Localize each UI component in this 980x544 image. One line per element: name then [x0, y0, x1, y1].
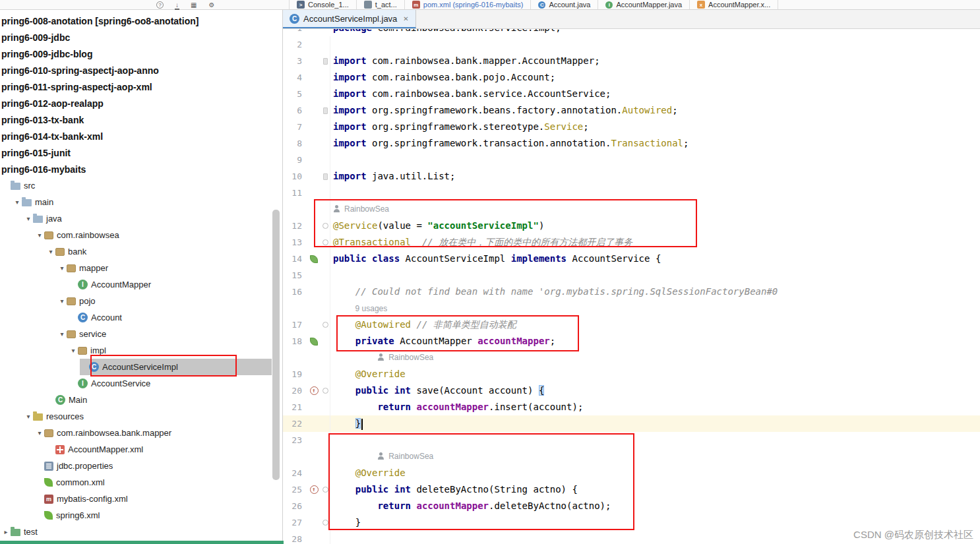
tree-item[interactable]: mmybatis-config.xml	[0, 491, 272, 507]
tree-item[interactable]: src	[0, 177, 272, 194]
line-number[interactable]: 6	[283, 102, 307, 119]
override-method-icon[interactable]: ↑	[310, 485, 319, 494]
tree-item[interactable]: ▾main	[0, 194, 272, 210]
tree-item[interactable]: spring6.xml	[0, 507, 272, 524]
line-number[interactable]: 4	[283, 69, 307, 86]
line-number[interactable]: 20	[283, 382, 307, 399]
tree-item[interactable]: pring6-013-tx-bank	[0, 111, 272, 128]
code-line-17[interactable]: 17 @Autowired // 非简单类型自动装配	[283, 317, 980, 333]
code-line-24[interactable]: 24 @Override	[283, 465, 980, 481]
line-number[interactable]: 25	[283, 481, 307, 498]
settings-icon[interactable]: ⚙	[208, 1, 214, 9]
inlay-row-usages[interactable]: 9 usages	[283, 300, 980, 317]
gutter-circle-icon[interactable]	[322, 520, 328, 526]
code-line-7[interactable]: 7import org.springframework.stereotype.S…	[283, 119, 980, 135]
chevron-icon[interactable]: ▾	[57, 330, 67, 338]
top-tab[interactable]: >Console_1...	[289, 0, 357, 9]
code-line-6[interactable]: 6import org.springframework.beans.factor…	[283, 102, 980, 119]
inlay-row-author[interactable]: RainbowSea	[283, 448, 980, 465]
gutter-circle-icon[interactable]	[322, 388, 328, 394]
tree-item[interactable]: pring6-011-spring-aspectj-aop-xml	[0, 78, 272, 95]
line-number[interactable]: 2	[283, 36, 307, 53]
code-line-25[interactable]: 25↑ public int deleteByActno(String actn…	[283, 481, 980, 498]
line-number[interactable]: 14	[283, 251, 307, 267]
gutter-circle-icon[interactable]	[322, 487, 328, 493]
code-area[interactable]: 1package com.rainbowsea.bank.service.imp…	[283, 29, 980, 544]
tree-item[interactable]: ▾mapper	[0, 260, 272, 276]
chevron-icon[interactable]: ▾	[35, 231, 44, 239]
tree-item[interactable]: pring6-009-jdbc-blog	[0, 45, 272, 62]
line-number[interactable]: 21	[283, 399, 307, 415]
tree-item[interactable]: IAccountMapper	[0, 276, 272, 293]
close-icon[interactable]: ✕	[403, 15, 408, 22]
tree-item[interactable]: pring6-009-jdbc	[0, 29, 272, 45]
usages-inlay[interactable]: 9 usages	[355, 304, 388, 313]
line-number[interactable]: 13	[283, 234, 307, 251]
chevron-icon[interactable]: ▾	[69, 347, 78, 354]
line-number[interactable]	[283, 201, 307, 218]
code-line-20[interactable]: 20↑ public int save(Account account) {	[283, 382, 980, 399]
chevron-icon[interactable]: ▾	[24, 413, 33, 420]
tree-item[interactable]: ▾java	[0, 210, 272, 227]
line-number[interactable]: 23	[283, 432, 307, 448]
tree-item[interactable]: ▾impl	[0, 342, 272, 359]
line-number[interactable]: 7	[283, 119, 307, 135]
line-number[interactable]: 15	[283, 267, 307, 284]
gutter-circle-icon[interactable]	[322, 223, 328, 229]
code-line-18[interactable]: 18 private AccountMapper accountMapper;	[283, 333, 980, 349]
author-inlay[interactable]: RainbowSea	[377, 353, 433, 362]
code-line-1[interactable]: 1package com.rainbowsea.bank.service.imp…	[283, 29, 980, 36]
inlay-row-author[interactable]: RainbowSea	[283, 349, 980, 366]
line-number[interactable]	[283, 349, 307, 366]
code-line-15[interactable]: 15	[283, 267, 980, 284]
tree-item[interactable]: pring6-014-tx-bank-xml	[0, 128, 272, 144]
top-tab[interactable]: IAccountMapper.java	[598, 0, 690, 9]
tree-item[interactable]: pring6-012-aop-realapp	[0, 95, 272, 111]
project-tree[interactable]: pring6-008-anotation [spring6-oo8-anotat…	[0, 13, 272, 541]
line-number[interactable]: 28	[283, 531, 307, 544]
code-line-8[interactable]: 8import org.springframework.transaction.…	[283, 135, 980, 152]
tree-scrollbar-thumb[interactable]	[272, 210, 280, 480]
code-line-19[interactable]: 19 @Override	[283, 366, 980, 382]
chevron-icon[interactable]: ▾	[35, 429, 44, 437]
tree-item[interactable]: CAccountServiceImpl	[0, 359, 272, 375]
fold-marker-icon[interactable]	[323, 58, 328, 65]
chevron-icon[interactable]: ▾	[13, 198, 22, 206]
chevron-icon[interactable]: ▾	[24, 215, 33, 222]
line-number[interactable]: 10	[283, 168, 307, 185]
spring-bean-icon[interactable]	[310, 338, 318, 346]
line-number[interactable]	[283, 448, 307, 465]
author-inlay[interactable]: RainbowSea	[377, 452, 433, 461]
code-line-3[interactable]: 3import com.rainbowsea.bank.mapper.Accou…	[283, 53, 980, 69]
editor-tab-accountserviceimpl[interactable]: C AccountServiceImpl.java ✕	[283, 10, 416, 28]
inlay-row-author[interactable]: RainbowSea	[283, 201, 980, 218]
code-line-10[interactable]: 10import java.util.List;	[283, 168, 980, 185]
line-number[interactable]: 16	[283, 284, 307, 300]
override-method-icon[interactable]: ↑	[310, 386, 319, 395]
tree-item[interactable]: pring6-015-junit	[0, 144, 272, 161]
tree-item[interactable]: ▾bank	[0, 243, 272, 260]
code-line-23[interactable]: 23	[283, 432, 980, 448]
top-tab[interactable]: xAccountMapper.x...	[690, 0, 778, 9]
chevron-icon[interactable]: ▾	[57, 264, 67, 272]
line-number[interactable]: 26	[283, 498, 307, 514]
author-inlay[interactable]: RainbowSea	[333, 204, 389, 214]
tree-item[interactable]: CAccount	[0, 309, 272, 326]
tree-item[interactable]: common.xml	[0, 474, 272, 491]
tree-item[interactable]: ▸test	[0, 524, 272, 540]
line-number[interactable]	[283, 300, 307, 317]
line-number[interactable]: 17	[283, 317, 307, 333]
line-number[interactable]: 18	[283, 333, 307, 349]
tree-item[interactable]: pring6-008-anotation [spring6-oo8-anotat…	[0, 13, 272, 29]
chevron-icon[interactable]: ▾	[46, 248, 55, 255]
code-line-13[interactable]: 13@Transactional // 放在类中，下面的类中的所有方法都开启了事…	[283, 234, 980, 251]
chevron-icon[interactable]: ▸	[1, 528, 11, 535]
fold-marker-icon[interactable]	[323, 107, 328, 114]
code-line-16[interactable]: 16 // Could not find bean with name 'org…	[283, 284, 980, 300]
line-number[interactable]: 22	[283, 415, 307, 432]
code-line-26[interactable]: 26 return accountMapper.deleteByActno(ac…	[283, 498, 980, 514]
line-number[interactable]: 19	[283, 366, 307, 382]
line-number[interactable]: 9	[283, 152, 307, 168]
grid-icon[interactable]: ▦	[191, 1, 197, 9]
line-number[interactable]: 8	[283, 135, 307, 152]
